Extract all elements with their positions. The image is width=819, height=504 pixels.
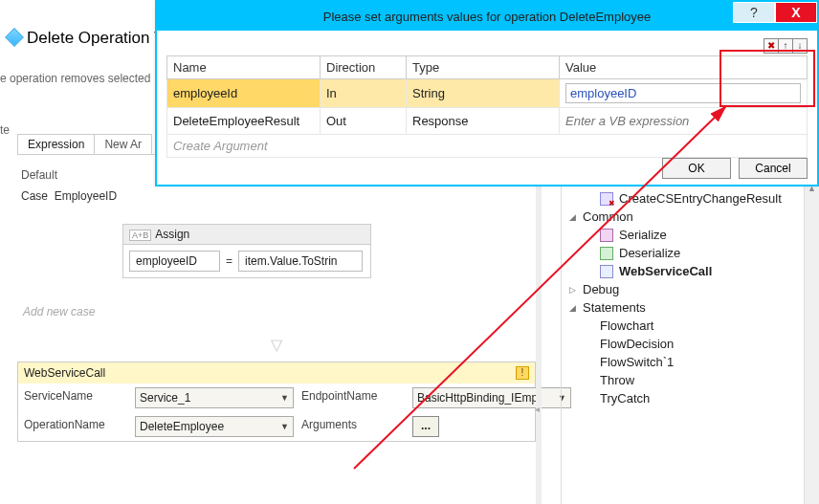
assign-tag-icon: A+B [129,230,151,241]
cell-name: DeleteEmployeeResult [167,108,321,135]
assign-value-input[interactable]: item.Value.ToStrin [238,251,363,272]
value-input[interactable] [565,83,801,103]
equals-label: = [226,254,232,268]
service-name-label: ServiceName [18,383,133,412]
arguments-label: Arguments [296,412,410,441]
assign-header[interactable]: A+BAssign [122,224,371,245]
cell-direction: Out [321,108,407,135]
arguments-ellipsis-button[interactable]: ... [412,416,439,437]
table-row[interactable]: employeeId In String [167,79,808,108]
value-input[interactable] [565,112,801,130]
webservicecall-activity[interactable]: WebServiceCall ! ServiceName Service_1▼ … [17,362,536,442]
serialize-icon [600,229,613,242]
tree-item-common[interactable]: ◢ Common [567,208,819,226]
warning-icon: ! [516,366,529,380]
col-type[interactable]: Type [407,56,560,79]
col-direction[interactable]: Direction [321,56,407,79]
move-up-button[interactable]: ↑ [778,38,793,54]
tree-item-serialize[interactable]: Serialize [567,226,819,244]
dialog-title-bar[interactable]: Please set arguments values for operatio… [157,2,817,31]
cell-type: Response [407,108,560,135]
tree-item-flowswitch[interactable]: FlowSwitch`1 [567,353,819,371]
table-row[interactable]: DeleteEmployeeResult Out Response [167,108,808,135]
endpoint-name-label: EndpointName [296,383,410,412]
page-description: e operation removes selected [0,72,150,85]
toolbox-sidebar: CreateCSEntryChangeResult ◢ Common Seria… [561,184,819,504]
cancel-button[interactable]: Cancel [739,158,808,179]
tree-item-throw[interactable]: Throw [567,371,819,389]
help-button[interactable]: ? [733,2,775,23]
tree-item-trycatch[interactable]: TryCatch [567,389,819,407]
cell-name: employeeId [167,79,321,108]
page-title: Delete Operation Wo [8,29,178,48]
service-name-dropdown[interactable]: Service_1▼ [135,387,294,408]
operation-name-dropdown[interactable]: DeleteEmployee▼ [135,416,294,437]
webservicecall-header: WebServiceCall [24,366,105,380]
assign-to-input[interactable]: employeeID [129,251,220,272]
tree-item-debug[interactable]: ▷ Debug [567,280,819,298]
move-down-button[interactable]: ↓ [792,38,808,54]
caret-down-icon: ◢ [567,303,577,313]
tree-item-webservicecall[interactable]: WebServiceCall [567,262,819,280]
tree-item-createcsentry[interactable]: CreateCSEntryChangeResult [567,189,819,208]
tree-item-deserialize[interactable]: Deserialize [567,244,819,262]
diamond-icon [5,28,24,47]
assign-activity[interactable]: A+BAssign employeeID = item.Value.ToStri… [122,224,410,278]
create-argument[interactable]: Create Argument [167,135,808,158]
splitter[interactable]: ◂ [536,184,542,504]
cell-direction: In [321,79,407,108]
tree-item-statements[interactable]: ◢ Statements [567,298,819,317]
caret-down-icon: ◢ [567,212,577,222]
webservicecall-icon [600,265,613,278]
add-new-case[interactable]: Add new case [23,305,536,318]
tree-item-flowchart[interactable]: Flowchart [567,317,819,335]
close-button[interactable]: X [775,2,817,23]
scrollbar[interactable] [804,184,819,504]
assign-body: employeeID = item.Value.ToStrin [122,245,371,278]
col-value[interactable]: Value [560,56,808,79]
tab-new-argument[interactable]: New Ar [94,134,152,154]
endpoint-name-dropdown[interactable]: BasicHttpBinding_IEmployeeService▼ [412,387,571,408]
arguments-table: Name Direction Type Value employeeId In … [166,55,808,158]
activity-icon [600,192,613,206]
dialog-title: Please set arguments values for operatio… [323,10,652,24]
operation-name-label: OperationName [18,412,133,441]
chevron-down-icon: ▼ [280,393,289,403]
chevron-down-icon: ▼ [280,422,289,431]
caret-right-icon: ▷ [567,285,577,295]
breadcrumb[interactable]: te [0,123,10,137]
tree-item-flowdecision[interactable]: FlowDecision [567,335,819,353]
delete-row-button[interactable]: ✖ [764,38,779,54]
deserialize-icon [600,247,613,260]
tab-expression[interactable]: Expression [17,134,95,154]
ok-button[interactable]: OK [662,158,731,179]
cell-type: String [407,79,560,108]
workflow-panel: Expression New Ar Default Case EmployeeI… [17,134,536,497]
arguments-dialog: Please set arguments values for operatio… [155,0,819,186]
col-name[interactable]: Name [167,56,321,79]
switch-case-row[interactable]: Case EmployeeID [21,189,536,203]
flow-arrow-icon: ▽ [17,336,536,354]
